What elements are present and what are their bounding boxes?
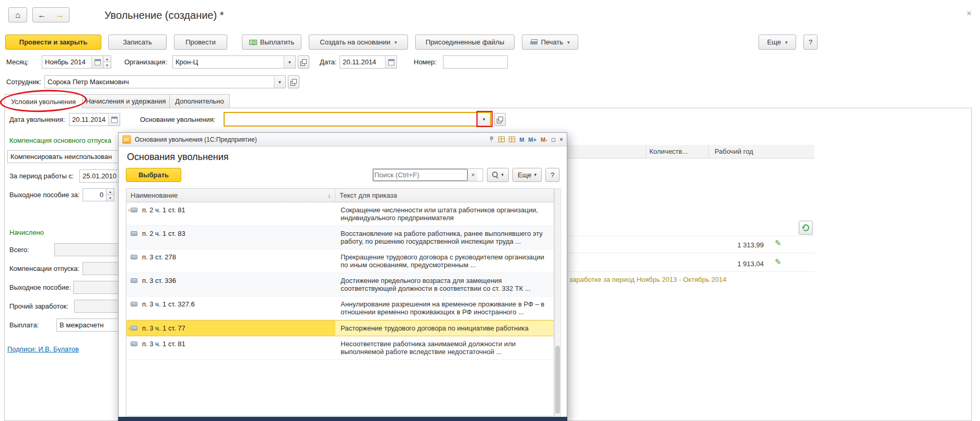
reason-input[interactable] — [225, 113, 477, 126]
sort-desc-icon: ↓ — [328, 192, 331, 199]
reason-text: Расторжение трудового договора по инициа… — [335, 321, 554, 336]
dialog-system-icons: М М+ М- □ × — [489, 136, 563, 143]
search-group: × ▾ Еще ▾ ? — [372, 168, 559, 182]
spinner-down-icon[interactable]: ▼ — [107, 195, 114, 201]
memory-m-minus-button[interactable]: М- — [541, 136, 547, 143]
app-window: ⌂ ← → Увольнение (создание) * × Провести… — [0, 0, 980, 421]
reason-open-button[interactable] — [494, 113, 506, 126]
scrollbar[interactable] — [554, 188, 561, 416]
work-period-label: За период работы с: — [9, 172, 74, 180]
reason-dropdown-button[interactable]: ▾ — [477, 113, 490, 126]
col-text-label: Текст для приказа — [340, 191, 397, 199]
reason-name-cell: п. 3 ст. 336 — [126, 273, 335, 296]
reasons-dialog: 1С Основания увольнения (1С:Предприятие)… — [118, 132, 567, 421]
reason-row[interactable]: п. 3 ст. 336 Достижение предельного возр… — [126, 273, 554, 297]
reason-text: Сокращение численности или штата работни… — [335, 202, 554, 225]
col-count-header[interactable]: Количеств... — [649, 147, 688, 155]
reason-name-cell: п. 2 ч. 1 ст. 81 — [126, 202, 335, 225]
reason-text: Достижение предельного возраста для заме… — [335, 273, 554, 296]
reason-name: п. 2 ч. 1 ст. 83 — [142, 230, 185, 237]
item-marked-icon — [131, 326, 137, 331]
calendar-icon — [111, 117, 118, 123]
dialog-title: Основания увольнения (1С:Предприятие) — [135, 136, 257, 143]
select-label: Выбрать — [138, 171, 169, 179]
refresh-button[interactable] — [799, 221, 813, 235]
maximize-button[interactable]: □ — [552, 136, 555, 143]
help-icon: ? — [551, 171, 554, 179]
chevron-down-icon: ▾ — [483, 117, 485, 122]
scrollbar-thumb[interactable] — [555, 346, 560, 414]
spinner-up-icon[interactable]: ▲ — [107, 189, 114, 195]
reason-name-cell: п. 3 ч. 1 ст. 77 — [126, 321, 335, 336]
dismissal-date-label: Дата увольнения: — [9, 116, 65, 123]
reason-name: п. 3 ч. 1 ст. 327.6 — [142, 300, 195, 308]
item-icon — [131, 302, 137, 306]
reason-name-cell: п. 3 ч. 1 ст. 327.6 — [126, 297, 335, 320]
reason-row[interactable]: п. 2 ч. 1 ст. 83 Восстановление на работ… — [126, 226, 554, 249]
dialog-help-button[interactable]: ? — [545, 168, 559, 182]
reason-name-cell: п. 3 ст. 278 — [126, 249, 335, 272]
dialog-command-bar: Выбрать × ▾ Еще ▾ ? — [126, 167, 559, 182]
refresh-icon — [802, 224, 809, 231]
reason-row[interactable]: п. 3 ст. 278 Прекращение трудового догов… — [126, 249, 554, 273]
col-text-header[interactable]: Текст для приказа — [335, 189, 554, 202]
grid-col-sep — [708, 145, 709, 158]
note-text: заработке за период Ноябрь 2013 - Октябр… — [569, 276, 727, 283]
edit-pencil-icon[interactable]: ✎ — [775, 258, 781, 266]
other-income-label: Прочий заработок: — [9, 302, 68, 310]
reason-row[interactable]: п. 3 ч. 1 ст. 327.6 Аннулирование разреш… — [126, 297, 554, 320]
reason-name: п. 3 ст. 278 — [142, 253, 176, 261]
report-icon[interactable] — [509, 136, 515, 142]
dialog-more-button[interactable]: Еще ▾ — [512, 168, 542, 182]
reason-row[interactable]: п. 3 ч. 1 ст. 77 Расторжение трудового д… — [126, 320, 554, 336]
grid-line — [567, 253, 814, 253]
grid-line — [567, 271, 814, 272]
section-vacation-compensation: Компенсация основного отпуска — [9, 136, 111, 144]
dismissal-date-field — [69, 113, 120, 126]
edit-pencil-icon[interactable]: ✎ — [775, 239, 781, 247]
item-icon — [131, 342, 137, 346]
reason-row[interactable]: п. 2 ч. 1 ст. 81 Сокращение численности … — [126, 202, 554, 226]
dialog-titlebar[interactable]: 1С Основания увольнения (1С:Предприятие)… — [119, 133, 567, 146]
severance-label: Выходное пособие за: — [9, 191, 80, 199]
chevron-down-icon: ▾ — [501, 172, 504, 177]
dismissal-date-calendar-button[interactable] — [108, 113, 120, 126]
payout-select[interactable] — [57, 319, 121, 331]
amount-value[interactable]: 1 913,04 — [710, 260, 764, 268]
reason-name: п. 3 ч. 1 ст. 77 — [142, 324, 185, 332]
chevron-down-icon: ▾ — [534, 172, 536, 177]
reason-name: п. 3 ст. 336 — [142, 277, 176, 285]
signatures-link[interactable]: Подписи: И.В. Булатов — [7, 345, 79, 353]
reasons-table: Наименование ↓ Текст для приказа п. 2 ч.… — [126, 188, 554, 416]
item-marked-icon — [131, 208, 137, 212]
tab-conditions-label: Условия увольнения — [11, 98, 76, 106]
search-clear-icon[interactable]: × — [468, 169, 477, 181]
report-icon[interactable] — [498, 136, 505, 142]
open-icon — [497, 117, 503, 123]
reason-name: п. 2 ч. 1 ст. 81 — [142, 206, 185, 214]
reason-text: Аннулирование разрешения на временное пр… — [335, 297, 554, 320]
vacation-comp-label: Компенсации отпуска: — [9, 265, 79, 272]
select-button[interactable]: Выбрать — [126, 168, 181, 182]
section-accrued: Начислено — [9, 229, 44, 236]
memory-m-plus-button[interactable]: М+ — [528, 136, 536, 143]
severance-input[interactable] — [83, 189, 106, 201]
reason-row[interactable]: п. 3 ч. 1 ст. 81 Несоответствие работник… — [126, 336, 554, 360]
reason-text: Несоответствие работника занимаемой долж… — [335, 336, 554, 359]
dismissal-date-input[interactable] — [69, 113, 108, 126]
dialog-close-button[interactable]: × — [559, 136, 563, 143]
col-name-header[interactable]: Наименование ↓ — [126, 189, 335, 202]
grid-line — [567, 236, 814, 236]
memory-m-button[interactable]: М — [519, 136, 524, 143]
col-work-year-header[interactable]: Рабочий год — [715, 147, 753, 155]
search-button[interactable]: ▾ — [487, 168, 509, 182]
reason-name-cell: п. 3 ч. 1 ст. 81 — [126, 336, 335, 359]
tab-conditions[interactable]: Условия увольнения — [4, 94, 83, 109]
search-input[interactable] — [373, 169, 468, 181]
dialog-heading: Основания увольнения — [127, 152, 229, 163]
pin-icon[interactable] — [489, 136, 494, 142]
reason-text: Прекращение трудового договора с руковод… — [335, 249, 554, 272]
amount-value[interactable]: 1 313,99 — [710, 241, 764, 249]
reason-label: Основание увольнения: — [140, 116, 215, 123]
item-icon — [131, 231, 137, 236]
